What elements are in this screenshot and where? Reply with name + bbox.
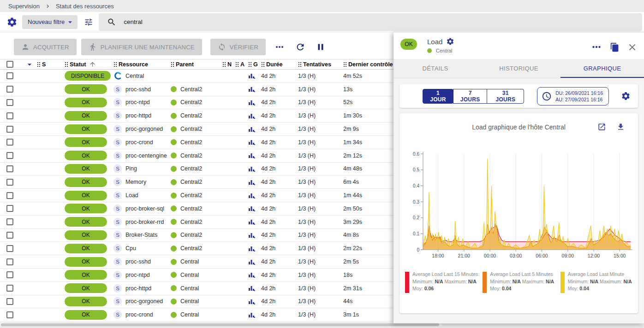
parent-name[interactable]: Central [180,272,199,278]
resource-name[interactable]: proc-centengine [125,152,167,159]
parent-name[interactable]: Central2 [180,126,202,132]
row-checkbox[interactable] [6,192,13,199]
more-actions-button[interactable] [274,41,285,53]
resource-name[interactable]: proc-sshd [125,86,151,93]
row-checkbox[interactable] [6,258,13,265]
show-graph-button[interactable] [248,192,261,199]
horizontal-scrollbar[interactable] [0,322,442,326]
show-graph-button[interactable] [248,152,261,159]
show-graph-button[interactable] [248,72,261,79]
row-checkbox[interactable] [6,99,13,106]
resource-name[interactable]: proc-crond [125,139,153,146]
parent-name[interactable]: Central [180,258,199,265]
table-row[interactable]: OKSproc-crondCentral24d 2h1/3 (H)1m 34s [0,136,394,149]
set-maintenance-button[interactable]: PLANIFIER UNE MAINTENANCE [81,39,202,55]
table-row[interactable]: OKSproc-broker-sqlCentral24d 2h1/3 (H)2m… [0,202,394,216]
col-header-last-check[interactable]: Dernier contrôle [348,61,393,68]
table-row[interactable]: OKSproc-ntpdCentral4d 2h1/3 (H)18s [0,269,394,282]
scrollbar-thumb[interactable] [1,323,439,326]
acknowledge-button[interactable]: ACQUITTER [14,39,77,55]
col-header-resource[interactable]: Ressource [119,61,148,68]
tab-historique[interactable]: HISTORIQUE [477,59,561,78]
row-checkbox[interactable] [6,126,13,133]
table-row[interactable]: OKSproc-httpdCentral24d 2h1/3 (H)1m 30s [0,109,394,123]
table-row[interactable]: OKSproc-gorgonedCentral24d 2h1/3 (H)2m 9… [0,123,394,136]
search-input[interactable] [123,18,261,26]
resource-name[interactable]: proc-ntpd [125,272,150,278]
panel-more-button[interactable] [590,41,602,53]
parent-name[interactable]: Central2 [180,219,202,225]
row-checkbox[interactable] [6,152,13,159]
drag-handle-icon[interactable] [65,62,68,67]
refresh-button[interactable] [295,42,305,52]
drag-handle-icon[interactable] [171,62,174,67]
export-graph-button[interactable] [616,123,625,131]
table-row[interactable]: OKSproc-ntpdCentral24d 2h1/3 (H)52s [0,96,394,110]
resource-name[interactable]: Cpu [125,245,136,252]
row-checkbox[interactable] [6,298,13,305]
col-header-tries[interactable]: Tentatives [303,61,331,68]
filters-gear-icon[interactable] [6,17,18,28]
show-graph-button[interactable] [248,271,261,278]
parent-name[interactable]: Central2 [180,179,202,185]
show-graph-button[interactable] [248,311,261,318]
row-checkbox[interactable] [6,179,13,186]
legend-item[interactable]: Average Load Last MinuteMinimum: N/A Max… [561,271,633,293]
show-graph-button[interactable] [248,165,261,172]
resource-name[interactable]: proc-gorgoned [125,298,163,305]
table-row[interactable]: OKSproc-centengineCentral24d 2h1/3 (H)2m… [0,149,394,163]
load-chart[interactable]: 00.10.20.30.40.50.618:0021:0000:0003:000… [404,149,634,265]
table-row[interactable]: OKSproc-crondCentral4d 2h1/3 (H)3m 1s [0,308,394,322]
resource-name[interactable]: proc-ntpd [125,99,150,105]
new-filter-dropdown[interactable]: Nouveau filtre [22,15,78,29]
copy-link-button[interactable] [610,42,620,52]
table-row[interactable]: OKSproc-broker-rrdCentral24d 2h1/3 (H)3m… [0,216,394,229]
table-row[interactable]: OKSPingCentral24d 2h1/3 (H)4m 48s [0,163,394,176]
col-header-duration[interactable]: Durée [266,61,282,68]
parent-name[interactable]: Central [180,298,199,305]
row-checkbox[interactable] [6,165,13,172]
col-header-status[interactable]: Statut [70,61,86,68]
row-checkbox[interactable] [6,311,13,318]
legend-item[interactable]: Average Load Last 5 MinutesMinimum: N/A … [483,271,555,293]
tab-graphique[interactable]: GRAPHIQUE [561,59,644,78]
col-header-g[interactable]: G [253,61,258,68]
drag-handle-icon[interactable] [222,62,226,67]
show-graph-button[interactable] [248,232,261,239]
table-row[interactable]: OKSLoadCentral24d 2h1/3 (H)1m 44s [0,189,394,202]
resource-name[interactable]: proc-gorgoned [125,126,163,132]
parent-name[interactable]: Central2 [180,112,202,119]
show-graph-button[interactable] [248,179,261,186]
row-checkbox[interactable] [6,218,13,225]
row-checkbox[interactable] [6,285,13,292]
row-checkbox[interactable] [6,112,13,119]
time-range-button[interactable]: 31 JOURS [487,89,524,104]
row-checkbox[interactable] [6,139,13,146]
breadcrumb-section[interactable]: Supervision [8,3,40,10]
resource-name[interactable]: proc-broker-sql [125,205,164,212]
parent-name[interactable]: Central2 [180,192,202,199]
table-row[interactable]: OKSBroker-StatsCentral24d 2h1/3 (H)4m 8s [0,229,394,242]
col-header-a[interactable]: A [240,61,244,68]
drag-handle-icon[interactable] [113,62,117,67]
row-checkbox[interactable] [6,86,13,93]
show-graph-button[interactable] [248,218,261,225]
service-settings-gear-icon[interactable] [446,37,454,46]
parent-name[interactable]: Central2 [180,165,202,172]
col-header-n[interactable]: N [227,61,232,68]
table-row[interactable]: OKSCpuCentral24d 2h1/3 (H)2m 22s [0,242,394,255]
resource-name[interactable]: Broker-Stats [125,232,157,238]
parent-name[interactable]: Central [180,311,199,318]
parent-name[interactable]: Central2 [180,205,202,212]
show-graph-button[interactable] [248,86,261,93]
drag-handle-icon[interactable] [298,62,301,67]
show-graph-button[interactable] [248,126,261,133]
panel-close-button[interactable] [627,42,638,53]
legend-item[interactable]: Average Load Last 15 MinutesMinimum: N/A… [405,271,478,293]
resource-name[interactable]: Memory [125,179,146,185]
show-graph-button[interactable] [248,258,261,265]
resource-name[interactable]: Ping [125,165,137,172]
tune-filter-icon[interactable] [84,18,93,27]
table-row[interactable]: DISPONIBLECentral4d 2h1/3 (H)4m 52s [0,70,394,83]
pause-autorefresh-button[interactable] [316,42,326,52]
